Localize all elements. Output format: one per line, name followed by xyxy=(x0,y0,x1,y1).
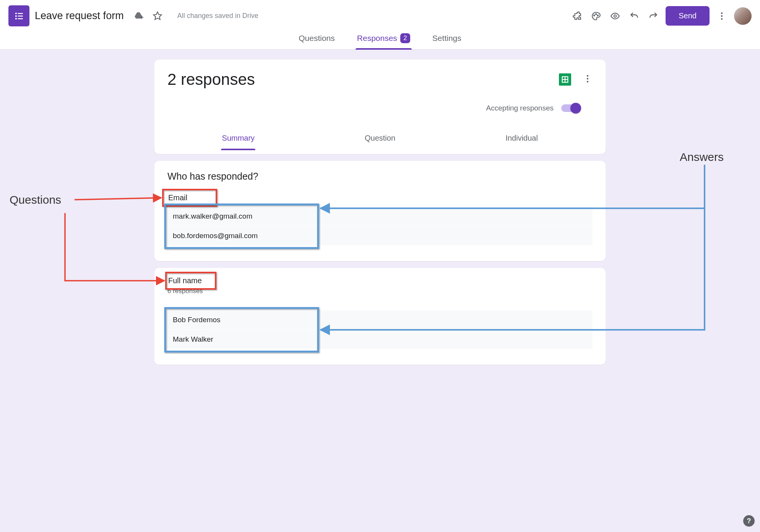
main-tabs: Questions Responses 2 Settings xyxy=(0,30,760,50)
responses-title: 2 responses xyxy=(167,70,559,89)
svg-rect-7 xyxy=(141,15,142,19)
svg-point-11 xyxy=(614,15,617,17)
svg-line-26 xyxy=(75,198,161,200)
svg-point-12 xyxy=(721,12,723,14)
svg-point-18 xyxy=(587,75,588,76)
subtab-individual[interactable]: Individual xyxy=(451,128,593,150)
svg-point-10 xyxy=(598,15,599,16)
fullname-response-count: 6 responses xyxy=(167,287,593,295)
svg-point-14 xyxy=(721,18,723,19)
sheets-icon[interactable] xyxy=(559,73,571,86)
subtab-question[interactable]: Question xyxy=(309,128,451,150)
svg-rect-0 xyxy=(15,13,17,14)
who-responded-title: Who has responded? xyxy=(167,171,593,182)
drive-add-icon[interactable] xyxy=(132,9,145,23)
svg-point-20 xyxy=(587,81,588,82)
tab-responses-label: Responses xyxy=(357,34,397,43)
responses-header-card: 2 responses Accepting responses Summary … xyxy=(154,60,606,154)
puzzle-icon[interactable] xyxy=(570,9,584,23)
tab-questions[interactable]: Questions xyxy=(297,30,336,49)
svg-text:Questions: Questions xyxy=(10,193,61,206)
tab-responses[interactable]: Responses 2 xyxy=(356,30,412,49)
svg-point-13 xyxy=(721,15,723,16)
subtab-summary[interactable]: Summary xyxy=(167,128,309,150)
fullname-answers: Bob Fordemos Mark Walker xyxy=(167,310,593,349)
undo-icon[interactable] xyxy=(627,9,641,23)
list-item: Bob Fordemos xyxy=(167,310,593,330)
avatar[interactable] xyxy=(734,7,752,25)
svg-rect-3 xyxy=(18,15,23,16)
fullname-card: Full name 6 responses Bob Fordemos Mark … xyxy=(154,268,606,365)
svg-rect-1 xyxy=(18,13,23,14)
responses-more-icon[interactable] xyxy=(583,74,593,85)
responses-count-badge: 2 xyxy=(400,33,410,43)
redo-icon[interactable] xyxy=(646,9,660,23)
accepting-responses-toggle[interactable] xyxy=(561,104,580,112)
save-status: All changes saved in Drive xyxy=(177,12,258,20)
question-email-label: Email xyxy=(168,193,593,202)
page-column: 2 responses Accepting responses Summary … xyxy=(154,50,606,388)
eye-icon[interactable] xyxy=(608,9,622,23)
svg-rect-2 xyxy=(15,15,17,17)
star-icon[interactable] xyxy=(151,9,164,23)
who-responded-card: Who has responded? Email mark.walker@gma… xyxy=(154,161,606,261)
question-fullname-label: Full name xyxy=(168,276,593,285)
svg-point-8 xyxy=(594,15,595,16)
svg-rect-4 xyxy=(15,18,17,19)
forms-app-icon[interactable] xyxy=(8,5,29,26)
accepting-responses-label: Accepting responses xyxy=(486,104,554,112)
header-bar: Leave request form All changes saved in … xyxy=(0,0,760,30)
document-title[interactable]: Leave request form xyxy=(35,10,124,22)
more-vert-icon[interactable] xyxy=(715,9,729,23)
svg-point-19 xyxy=(587,78,588,79)
svg-text:Answers: Answers xyxy=(680,151,724,163)
svg-point-9 xyxy=(596,13,597,15)
palette-icon[interactable] xyxy=(589,9,603,23)
list-item: mark.walker@gmail.com xyxy=(167,207,593,226)
svg-rect-5 xyxy=(18,18,23,19)
send-button[interactable]: Send xyxy=(666,6,710,26)
list-item: bob.fordemos@gmail.com xyxy=(167,226,593,246)
list-item: Mark Walker xyxy=(167,330,593,349)
email-answers: mark.walker@gmail.com bob.fordemos@gmail… xyxy=(167,207,593,246)
tab-settings[interactable]: Settings xyxy=(431,30,463,49)
